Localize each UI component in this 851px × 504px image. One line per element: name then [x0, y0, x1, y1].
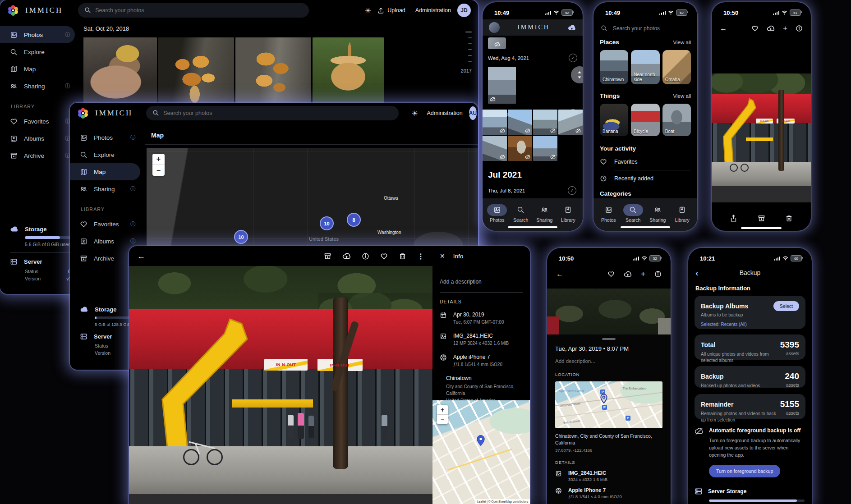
timeline-scrubber[interactable]: 2017: [454, 32, 472, 73]
sidebar-item-favorites[interactable]: Favorites ⓘ: [70, 215, 140, 233]
select-all-check-icon[interactable]: ✓: [569, 54, 577, 62]
select-button[interactable]: Select: [773, 301, 799, 311]
archive-icon[interactable]: [758, 215, 765, 222]
back-icon[interactable]: ←: [556, 270, 563, 278]
activity-recently-added[interactable]: Recently added: [600, 175, 691, 182]
search-input[interactable]: [146, 106, 399, 120]
nav-search[interactable]: Search: [509, 204, 533, 223]
map-zoom-controls[interactable]: + −: [437, 405, 448, 424]
activity-favorites[interactable]: Favorites: [600, 158, 691, 165]
heart-icon[interactable]: [607, 270, 615, 278]
places-view-all[interactable]: View all: [673, 40, 691, 45]
archive-icon[interactable]: [324, 252, 331, 260]
nav-sharing[interactable]: Sharing: [646, 204, 669, 223]
profile-avatar[interactable]: [489, 22, 500, 33]
share-icon[interactable]: [730, 214, 737, 223]
photo-thumbnail[interactable]: [508, 136, 532, 161]
nav-library[interactable]: Library: [557, 204, 580, 223]
nav-search[interactable]: Search: [621, 204, 645, 223]
search-field[interactable]: Search your photos: [593, 19, 697, 34]
info-icon[interactable]: [654, 270, 662, 278]
map-cluster-marker[interactable]: 10: [234, 230, 248, 244]
more-options-icon[interactable]: ⋮: [417, 252, 424, 261]
location-map[interactable]: + − Leaflet | © OpenStreetMap contributo…: [432, 400, 530, 504]
heart-icon[interactable]: [751, 25, 759, 32]
photo-thumbnail[interactable]: [558, 110, 583, 135]
sidebar-item-sharing[interactable]: Sharing ⓘ: [0, 78, 75, 95]
thing-card[interactable]: Bicycle: [631, 104, 659, 136]
sidebar-item-albums[interactable]: Albums ⓘ: [70, 233, 140, 250]
zoom-in-button[interactable]: +: [437, 405, 448, 415]
turn-on-foreground-backup-button[interactable]: Turn on foreground backup: [709, 465, 780, 477]
sidebar-item-explore[interactable]: Explore: [70, 146, 140, 163]
map-zoom-controls[interactable]: + −: [152, 154, 165, 176]
sidebar-item-map[interactable]: Map: [0, 60, 75, 78]
theme-toggle-sun-icon[interactable]: ☀: [365, 6, 371, 15]
backup-cloud-icon[interactable]: [567, 24, 576, 31]
location-map[interactable]: The Embarcadero Jefferson Street Beach S…: [555, 381, 662, 428]
photo-thumbnail[interactable]: [508, 110, 532, 135]
photo-thumbnail[interactable]: [533, 136, 557, 161]
photo-viewer[interactable]: IN-N-OUT IN-N-OUT: [129, 266, 432, 504]
photo-viewer[interactable]: IN-N-OUT IN-N-OUT: [712, 73, 811, 202]
nav-library[interactable]: Library: [671, 204, 694, 223]
upload-button[interactable]: Upload: [377, 7, 405, 14]
photo-strip[interactable]: [547, 289, 671, 334]
back-icon[interactable]: ←: [720, 24, 727, 32]
user-avatar[interactable]: AU: [469, 106, 477, 120]
pedestrian: [382, 415, 387, 439]
thing-card[interactable]: Boat: [662, 104, 691, 136]
photo-thumbnail[interactable]: [83, 37, 157, 105]
plus-icon[interactable]: +: [641, 270, 645, 279]
place-card[interactable]: Chinatown: [600, 50, 628, 84]
sidebar-item-photos[interactable]: Photos ⓘ: [0, 26, 75, 43]
close-icon[interactable]: ✕: [440, 252, 445, 260]
thing-card[interactable]: Banana: [600, 104, 628, 136]
photo-thumbnail[interactable]: [533, 110, 557, 135]
photo-thumbnail[interactable]: [313, 37, 384, 105]
heart-icon[interactable]: [380, 252, 388, 260]
place-card[interactable]: Near north side: [631, 50, 659, 84]
back-chevron-icon[interactable]: ‹: [695, 268, 699, 277]
photo-thumbnail[interactable]: [158, 37, 234, 105]
trash-icon[interactable]: [399, 252, 406, 260]
nav-sharing[interactable]: Sharing: [533, 204, 556, 223]
search-input[interactable]: [78, 3, 309, 18]
sidebar-item-explore[interactable]: Explore: [0, 43, 75, 60]
zoom-out-button[interactable]: −: [152, 165, 165, 176]
map-cluster-marker[interactable]: 10: [320, 216, 334, 230]
photo-thumbnail-partial[interactable]: [488, 37, 506, 49]
theme-toggle-sun-icon[interactable]: ☀: [411, 109, 418, 118]
user-avatar[interactable]: JD: [457, 4, 471, 17]
sidebar-item-photos[interactable]: Photos ⓘ: [70, 129, 140, 146]
sidebar-item-favorites[interactable]: Favorites ⓘ: [0, 113, 75, 130]
plus-icon[interactable]: +: [783, 24, 787, 33]
nav-photos[interactable]: Photos: [485, 204, 509, 223]
zoom-out-button[interactable]: −: [437, 415, 448, 424]
select-all-check-icon[interactable]: ✓: [568, 186, 576, 195]
photo-thumbnail[interactable]: [488, 67, 516, 104]
cloud-upload-icon[interactable]: [624, 271, 632, 278]
photo-thumbnail[interactable]: [483, 110, 507, 135]
things-view-all[interactable]: View all: [673, 93, 691, 99]
trash-icon[interactable]: [785, 215, 793, 222]
add-description-field[interactable]: Add description...: [555, 358, 662, 364]
sidebar-item-sharing[interactable]: Sharing ⓘ: [70, 180, 140, 197]
info-icon[interactable]: [362, 252, 369, 260]
info-icon[interactable]: [796, 25, 803, 32]
zoom-in-button[interactable]: +: [152, 154, 165, 165]
sidebar-item-archive[interactable]: Archive ⓘ: [0, 147, 75, 164]
sidebar-item-map[interactable]: Map: [70, 163, 140, 180]
place-card[interactable]: Omaha: [662, 50, 691, 84]
cloud-upload-icon[interactable]: [342, 252, 351, 260]
back-icon[interactable]: ←: [137, 252, 145, 261]
photo-thumbnail[interactable]: [235, 37, 311, 105]
add-description-field[interactable]: Add a description: [440, 279, 523, 285]
administration-link[interactable]: Administration: [415, 7, 451, 14]
map-cluster-marker[interactable]: 8: [347, 213, 361, 227]
photo-thumbnail[interactable]: [483, 136, 507, 161]
administration-link[interactable]: Administration: [427, 110, 463, 116]
nav-photos[interactable]: Photos: [597, 204, 620, 223]
sidebar-item-albums[interactable]: Albums ⓘ: [0, 130, 75, 147]
cloud-upload-icon[interactable]: [767, 25, 775, 32]
